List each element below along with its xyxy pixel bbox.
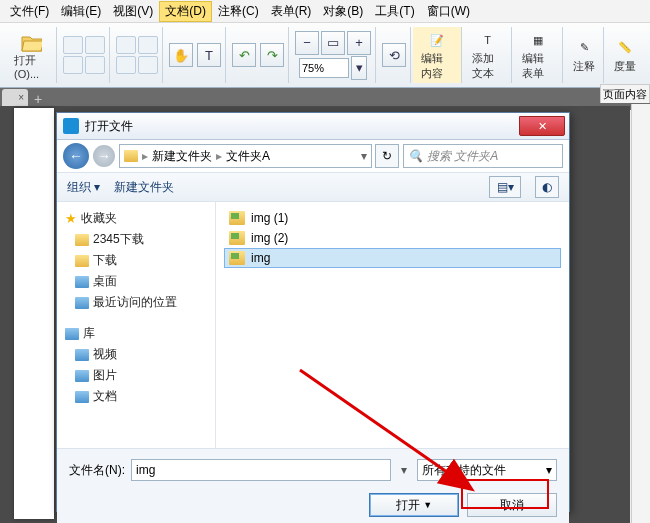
breadcrumb-1[interactable]: 新建文件夹 [152,148,212,165]
filename-input[interactable] [131,459,391,481]
tree-item-recent[interactable]: 最近访问的位置 [61,292,211,313]
cancel-button[interactable]: 取消 [467,493,557,517]
edit-content-icon: 📝 [426,29,448,51]
image-folder-icon [229,251,245,265]
nav-forward-icon[interactable]: → [93,145,115,167]
video-icon [75,349,89,361]
address-bar[interactable]: ▸ 新建文件夹 ▸ 文件夹A ▾ [119,144,372,168]
tree-libraries[interactable]: 库 [61,323,211,344]
dialog-title: 打开文件 [85,118,519,135]
folder-icon [124,150,138,162]
dialog-titlebar: 打开文件 ✕ [57,113,569,140]
side-panel-tab[interactable]: 页面内容 [600,84,650,103]
menu-bar: 文件(F) 编辑(E) 视图(V) 文档(D) 注释(C) 表单(R) 对象(B… [0,0,650,23]
tree-item-2345[interactable]: 2345下载 [61,229,211,250]
filetype-select[interactable]: 所有支持的文件▾ [417,459,557,481]
chevron-down-icon: ▾ [546,463,552,477]
help-icon[interactable]: ◐ [535,176,559,198]
documents-icon [75,391,89,403]
open-button[interactable]: 打开(O)... [10,29,52,82]
desktop-icon [75,276,89,288]
add-text-button[interactable]: T添加文本 [468,27,508,83]
tree-item-desktop[interactable]: 桌面 [61,271,211,292]
recent-icon [75,297,89,309]
redo-icon[interactable]: ↷ [260,43,284,67]
chevron-right-icon: ▸ [142,149,148,163]
organize-menu[interactable]: 组织 ▾ [67,179,100,196]
open-button[interactable]: 打开 ▼ [369,493,459,517]
view-mode-button[interactable]: ▤▾ [489,176,521,198]
pictures-icon [75,370,89,382]
undo-icon[interactable]: ↶ [232,43,256,67]
search-input[interactable]: 🔍 搜索 文件夹A [403,144,563,168]
file-row-selected[interactable]: img [224,248,561,268]
dialog-bottom: 文件名(N): ▾ 所有支持的文件▾ 打开 ▼ 取消 [57,448,569,523]
breadcrumb-2[interactable]: 文件夹A [226,148,270,165]
zoom-in-icon[interactable]: + [347,31,371,55]
menu-document[interactable]: 文档(D) [159,1,212,22]
tree-item-video[interactable]: 视频 [61,344,211,365]
zoom-dropdown-icon[interactable]: ▾ [351,56,367,80]
folder-icon [75,255,89,267]
rotate-left-icon[interactable]: ⟲ [382,43,406,67]
side-panel [631,104,650,523]
close-icon[interactable]: × [18,92,24,103]
annotate-label: 注释 [573,59,595,74]
new-tab-icon[interactable]: + [28,91,48,107]
new-folder-button[interactable]: 新建文件夹 [114,179,174,196]
quick-tools[interactable] [63,36,105,74]
filename-label: 文件名(N): [69,462,125,479]
menu-window[interactable]: 窗口(W) [421,1,476,22]
image-folder-icon [229,211,245,225]
edit-form-button[interactable]: ▦编辑表单 [518,27,558,83]
zoom-out-icon[interactable]: − [295,31,319,55]
search-icon: 🔍 [408,149,423,163]
text-select-icon[interactable]: T [197,43,221,67]
folder-icon [75,234,89,246]
measure-label: 度量 [614,59,636,74]
nav-row: ← → ▸ 新建文件夹 ▸ 文件夹A ▾ ↻ 🔍 搜索 文件夹A [57,140,569,172]
dialog-close-button[interactable]: ✕ [519,116,565,136]
refresh-icon[interactable]: ↻ [375,144,399,168]
menu-view[interactable]: 视图(V) [107,1,159,22]
library-icon [65,328,79,340]
menu-comment[interactable]: 注释(C) [212,1,265,22]
menu-form[interactable]: 表单(R) [265,1,318,22]
nav-back-icon[interactable]: ← [63,143,89,169]
menu-object[interactable]: 对象(B) [317,1,369,22]
edit-content-label: 编辑内容 [421,51,453,81]
ribbon: 打开(O)... ✋ T ↶ ↷ − ▭ + ▾ ⟲ 📝编辑内容 T添加文本 ▦… [0,23,650,88]
zoom-input[interactable] [299,58,349,78]
file-row[interactable]: img (2) [224,228,561,248]
measure-icon: 📏 [614,37,636,59]
image-folder-icon [229,231,245,245]
quick-tools-2[interactable] [116,36,158,74]
chevron-right-icon: ▸ [216,149,222,163]
tree-item-download[interactable]: 下载 [61,250,211,271]
open-label: 打开(O)... [14,53,48,80]
chevron-down-icon[interactable]: ▾ [361,149,367,163]
edit-form-label: 编辑表单 [522,51,554,81]
tree-item-pictures[interactable]: 图片 [61,365,211,386]
file-row[interactable]: img (1) [224,208,561,228]
edit-form-icon: ▦ [527,29,549,51]
chevron-down-icon[interactable]: ▾ [397,463,411,477]
file-list: img (1) img (2) img [216,202,569,448]
page-preview [14,108,54,519]
tree-favorites[interactable]: ★收藏夹 [61,208,211,229]
zoom-controls: − ▭ + [295,31,371,55]
app-icon [63,118,79,134]
zoom-fit-icon[interactable]: ▭ [321,31,345,55]
edit-content-button[interactable]: 📝编辑内容 [417,27,457,83]
add-text-label: 添加文本 [472,51,504,81]
measure-button[interactable]: 📏度量 [610,35,640,76]
open-file-dialog: 打开文件 ✕ ← → ▸ 新建文件夹 ▸ 文件夹A ▾ ↻ 🔍 搜索 文件夹A … [56,112,570,512]
tree-item-documents[interactable]: 文档 [61,386,211,407]
menu-file[interactable]: 文件(F) [4,1,55,22]
menu-edit[interactable]: 编辑(E) [55,1,107,22]
hand-tool-icon[interactable]: ✋ [169,43,193,67]
menu-tool[interactable]: 工具(T) [369,1,420,22]
folder-open-icon [20,31,42,53]
add-text-icon: T [477,29,499,51]
annotate-button[interactable]: ✎注释 [569,35,599,76]
